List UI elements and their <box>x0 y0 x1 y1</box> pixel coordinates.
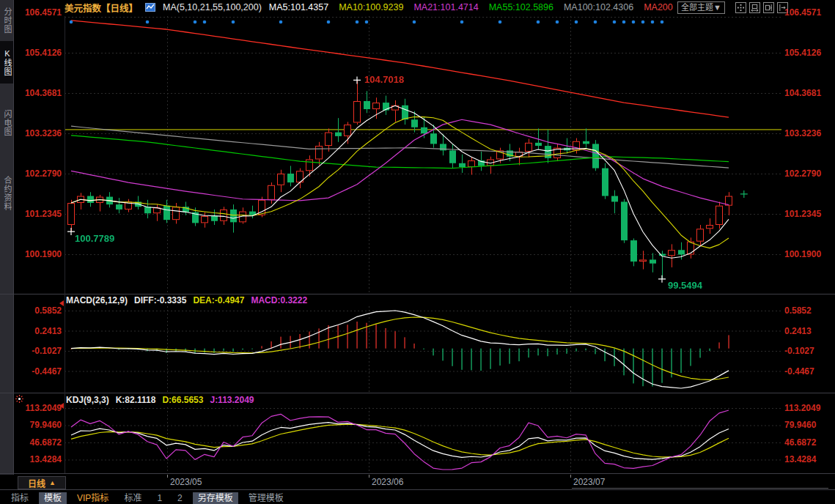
toolbar-item-8[interactable]: 管理模板 <box>243 492 289 504</box>
price-axis-label-l-3: 104.3681 <box>13 88 62 98</box>
date-label-2: 2023/06 <box>372 477 403 487</box>
toolbar-item-1[interactable]: 指标 <box>6 492 34 504</box>
macd-axis-label-r-3: -0.1027 <box>784 346 833 356</box>
kdj-axis-label-l-4: 13.4284 <box>13 454 62 464</box>
kdj-axis-label-r-3: 46.6872 <box>784 437 833 448</box>
ma-value-3: MA21:101.4714 <box>413 2 478 12</box>
price-axis-label-r-1: 106.4571 <box>784 7 833 18</box>
instrument-title: 美元指数【日线】 <box>65 1 138 15</box>
pan-icon[interactable] <box>735 2 746 13</box>
price-axis-label-l-7: 100.1900 <box>13 249 62 259</box>
main-candlestick-canvas[interactable] <box>65 16 781 294</box>
price-axis-label-r-6: 101.2345 <box>784 209 833 219</box>
price-axis-label-r-4: 103.3236 <box>784 128 833 138</box>
bottom-toolbar: 指标模板VIP指标标准12另存模板管理模板 <box>0 492 835 504</box>
header-controls: 全部主题▼ <box>677 1 788 14</box>
price-axis-label-l-5: 102.2790 <box>13 168 62 179</box>
fit-horizontal-icon[interactable] <box>749 2 760 13</box>
kdj-axis-label-r-2: 79.9460 <box>784 420 833 430</box>
date-tick <box>570 475 571 478</box>
price-axis-label-l-6: 101.2345 <box>13 209 62 219</box>
divider <box>0 294 835 294</box>
price-axis-label-l-4: 103.3236 <box>13 128 62 138</box>
period-selector[interactable]: 日线 ▲ <box>18 476 66 489</box>
sidebar-tab-1[interactable]: 分时图 <box>0 1 13 40</box>
kdj-d-value: D:66.5653 <box>162 395 203 405</box>
fit-vertical-icon[interactable] <box>763 2 774 13</box>
date-tick <box>167 475 168 478</box>
toolbar-item-2[interactable]: 模板 <box>39 492 67 504</box>
divider <box>0 489 835 490</box>
divider <box>65 16 65 473</box>
price-axis-label-r-3: 104.3681 <box>784 88 833 98</box>
macd-axis-label-l-3: -0.1027 <box>13 346 62 356</box>
kdj-k-value: K:82.1118 <box>116 395 156 405</box>
ma-value-2: MA10:100.9239 <box>339 2 403 12</box>
price-axis-label-r-7: 100.1900 <box>784 249 833 259</box>
kdj-axis-label-l-2: 79.9460 <box>13 420 62 430</box>
macd-title: MACD(26,12,9) <box>66 295 128 305</box>
toolbar-item-3[interactable]: VIP指标 <box>72 492 114 504</box>
macd-axis-label-r-4: -0.4467 <box>784 366 833 377</box>
chart-type-sidebar: 分时图K线图闪电图合约资料 <box>0 0 13 475</box>
macd-axis-label-l-4: -0.4467 <box>13 366 62 377</box>
macd-axis-label-r-1: 0.5852 <box>784 305 833 316</box>
toolbar-item-4[interactable]: 标准 <box>119 492 147 504</box>
macd-dea-value: DEA:-0.4947 <box>193 295 244 305</box>
kdj-j-value: J:113.2049 <box>210 395 254 405</box>
sidebar-tab-4[interactable]: 合约资料 <box>0 163 13 224</box>
price-axis-label-l-2: 105.4126 <box>13 48 62 58</box>
divider <box>0 393 835 393</box>
date-label-1: 2023/05 <box>170 477 202 487</box>
toolbar-item-6[interactable]: 2 <box>172 492 188 504</box>
chart-header: 美元指数【日线】 MA(5,10,21,55,100,200) MA5:101.… <box>65 0 673 15</box>
macd-panel-header: MACD(26,12,9) DIFF:-0.3335 DEA:-0.4947 M… <box>66 295 307 305</box>
macd-axis-label-l-1: 0.5852 <box>13 305 62 316</box>
price-axis-label-l-1: 106.4571 <box>13 7 62 18</box>
macd-axis-label-r-2: 0.2413 <box>784 326 833 336</box>
sidebar-tab-2[interactable]: K线图 <box>0 41 13 84</box>
macd-macd-value: MACD:0.3222 <box>251 295 307 305</box>
mini-chart-icon <box>145 2 155 12</box>
visible-range-scrollbar[interactable] <box>572 488 828 489</box>
macd-canvas[interactable] <box>65 306 781 393</box>
ma-value-5: MA100:102.4306 <box>564 2 633 12</box>
kdj-axis-label-r-4: 13.4284 <box>784 454 833 464</box>
ma-value-4: MA55:102.5896 <box>489 2 553 12</box>
macd-axis-label-l-2: 0.2413 <box>13 326 62 336</box>
kdj-axis-label-r-1: 113.2049 <box>784 403 833 413</box>
toolbar-item-7[interactable]: 另存模板 <box>193 492 238 504</box>
price-axis-label-r-2: 105.4126 <box>784 48 833 58</box>
kdj-axis-label-l-1: 113.2049 <box>13 403 62 413</box>
toolbar-item-5[interactable]: 1 <box>152 492 167 504</box>
price-axis-label-r-5: 102.2790 <box>784 168 833 179</box>
ma-settings-label: MA(5,10,21,55,100,200) <box>163 2 262 12</box>
ma-value-6: MA200 <box>644 2 673 12</box>
macd-diff-value: DIFF:-0.3335 <box>134 295 186 305</box>
period-label: 日线 <box>28 477 45 489</box>
date-label-3: 2023/07 <box>573 477 605 487</box>
ma-values: MA5:101.4357MA10:100.9239MA21:101.4714MA… <box>269 2 673 12</box>
kdj-axis-label-l-3: 46.6872 <box>13 437 62 448</box>
kdj-title: KDJ(9,3,3) <box>66 395 109 405</box>
date-tick <box>369 475 369 478</box>
ma-value-1: MA5:101.4357 <box>269 2 328 12</box>
divider <box>0 473 835 474</box>
theme-dropdown[interactable]: 全部主题▼ <box>677 1 725 14</box>
kdj-panel-header: KDJ(9,3,3) K:82.1118 D:66.5653 J:113.204… <box>66 395 254 405</box>
period-arrow-icon: ▲ <box>49 479 56 486</box>
sidebar-tab-3[interactable]: 闪电图 <box>0 103 13 144</box>
kdj-canvas[interactable] <box>65 407 781 472</box>
charting-app: 分时图K线图闪电图合约资料 美元指数【日线】 MA(5,10,21,55,100… <box>0 0 835 504</box>
